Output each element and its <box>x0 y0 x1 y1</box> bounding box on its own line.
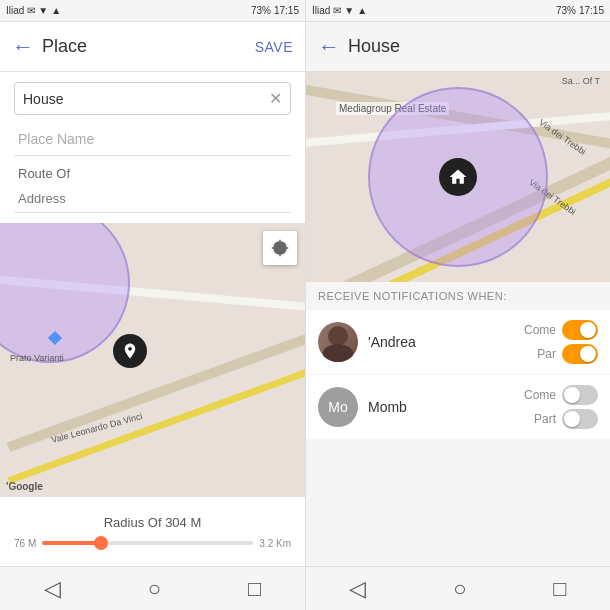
toggle-part-label-andrea: Par <box>537 347 556 361</box>
toggle-knob-come-mom <box>564 387 580 403</box>
carrier-left: Iliad <box>6 5 24 16</box>
nav-bar-right: ◁ ○ □ <box>306 566 610 610</box>
person-card-andrea: 'Andrea Come Par <box>306 310 610 374</box>
toggle-row-come-andrea: Come <box>524 320 598 340</box>
clear-input-icon[interactable]: ✕ <box>269 89 282 108</box>
nav-back-icon-right[interactable]: ◁ <box>349 576 366 602</box>
arrow-up-icon-right: ▲ <box>357 5 367 16</box>
radius-area: Radius Of 304 M 76 M 3.2 Km <box>0 496 305 566</box>
nav-home-icon[interactable]: ○ <box>148 576 161 602</box>
nav-recent-icon[interactable]: □ <box>248 576 261 602</box>
battery-left: 73% <box>251 5 271 16</box>
radius-circle-left <box>0 223 130 363</box>
locate-icon <box>271 239 289 257</box>
person-card-mom: Mo Momb Come Part <box>306 375 610 439</box>
pin-icon <box>121 342 139 360</box>
person-name-andrea: 'Andrea <box>368 334 514 350</box>
map-label-prato: Prato Varianti <box>10 353 64 363</box>
map-label-sa: Sa... Of T <box>562 76 600 86</box>
toggle-knob-part-mom <box>564 411 580 427</box>
toggles-andrea: Come Par <box>524 320 598 364</box>
avatar-mom: Mo <box>318 387 358 427</box>
avatar-initial-mom: Mo <box>318 387 358 427</box>
toggle-part-label-mom: Part <box>534 412 556 426</box>
toggle-come-label-andrea: Come <box>524 323 556 337</box>
right-page-title: House <box>348 36 400 57</box>
left-map: Prato Varianti Vale Leonardo Da Vinci 'G… <box>0 223 305 496</box>
toggle-row-part-mom: Part <box>534 409 598 429</box>
toggle-row-come-mom: Come <box>524 385 598 405</box>
arrow-down-icon: ▼ <box>38 5 48 16</box>
back-button-right[interactable]: ← <box>318 34 340 60</box>
left-header: ← Place SAVE <box>0 22 305 72</box>
status-bar-right: Iliad ✉ ▼ ▲ 73% 17:15 <box>306 0 610 22</box>
home-pin <box>439 158 477 196</box>
toggle-knob-part-andrea <box>580 346 596 362</box>
save-button[interactable]: SAVE <box>255 39 293 55</box>
google-label-left: 'Google <box>6 481 43 492</box>
form-area: ✕ Place Name Route Of <box>0 72 305 223</box>
toggle-come-label-mom: Come <box>524 388 556 402</box>
left-panel: Iliad ✉ ▼ ▲ 73% 17:15 ← Place SAVE ✕ Pla… <box>0 0 305 610</box>
toggle-row-part-andrea: Par <box>537 344 598 364</box>
location-button[interactable] <box>263 231 297 265</box>
toggle-knob-come-andrea <box>580 322 596 338</box>
mail-icon: ✉ <box>27 5 35 16</box>
mail-icon-right: ✉ <box>333 5 341 16</box>
arrow-down-icon-right: ▼ <box>344 5 354 16</box>
toggle-part-andrea[interactable] <box>562 344 598 364</box>
left-page-title: Place <box>42 36 247 57</box>
slider-max-label: 3.2 Km <box>259 538 291 549</box>
radius-slider-row: 76 M 3.2 Km <box>14 538 291 549</box>
place-name-placeholder[interactable]: Place Name <box>14 123 291 156</box>
toggle-come-andrea[interactable] <box>562 320 598 340</box>
nav-back-icon[interactable]: ◁ <box>44 576 61 602</box>
back-button-left[interactable]: ← <box>12 34 34 60</box>
radius-label: Radius Of 304 M <box>104 515 202 530</box>
slider-fill <box>42 541 101 545</box>
slider-min-label: 76 M <box>14 538 36 549</box>
toggle-come-mom[interactable] <box>562 385 598 405</box>
nav-home-icon-right[interactable]: ○ <box>453 576 466 602</box>
time-right: 17:15 <box>579 5 604 16</box>
time-left: 17:15 <box>274 5 299 16</box>
toggles-mom: Come Part <box>524 385 598 429</box>
slider-thumb[interactable] <box>94 536 108 550</box>
right-panel: Iliad ✉ ▼ ▲ 73% 17:15 ← House <box>305 0 610 610</box>
person-name-mom: Momb <box>368 399 514 415</box>
search-input[interactable] <box>23 91 269 107</box>
toggle-part-mom[interactable] <box>562 409 598 429</box>
map-pin-left <box>113 334 147 368</box>
address-input[interactable] <box>14 185 291 213</box>
nav-recent-icon-right[interactable]: □ <box>553 576 566 602</box>
status-bar-left: Iliad ✉ ▼ ▲ 73% 17:15 <box>0 0 305 22</box>
person-row-andrea: 'Andrea Come Par <box>318 320 598 364</box>
right-header: ← House <box>306 22 610 72</box>
radius-slider-track[interactable] <box>42 541 253 545</box>
avatar-andrea <box>318 322 358 362</box>
avatar-photo-andrea <box>318 322 358 362</box>
nav-bar-left: ◁ ○ □ <box>0 566 305 610</box>
home-icon <box>448 167 468 187</box>
search-input-row[interactable]: ✕ <box>14 82 291 115</box>
carrier-right: Iliad <box>312 5 330 16</box>
route-label: Route Of <box>14 162 291 185</box>
person-row-mom: Mo Momb Come Part <box>318 385 598 429</box>
notifications-header: RECEIVE NOTIFICATIONS WHEN: <box>306 282 610 310</box>
right-map: Mediagroup Real Estate Via dei Trebbi Vi… <box>306 72 610 282</box>
notifications-section: RECEIVE NOTIFICATIONS WHEN: 'Andrea Come <box>306 282 610 566</box>
battery-right: 73% <box>556 5 576 16</box>
arrow-up-icon: ▲ <box>51 5 61 16</box>
